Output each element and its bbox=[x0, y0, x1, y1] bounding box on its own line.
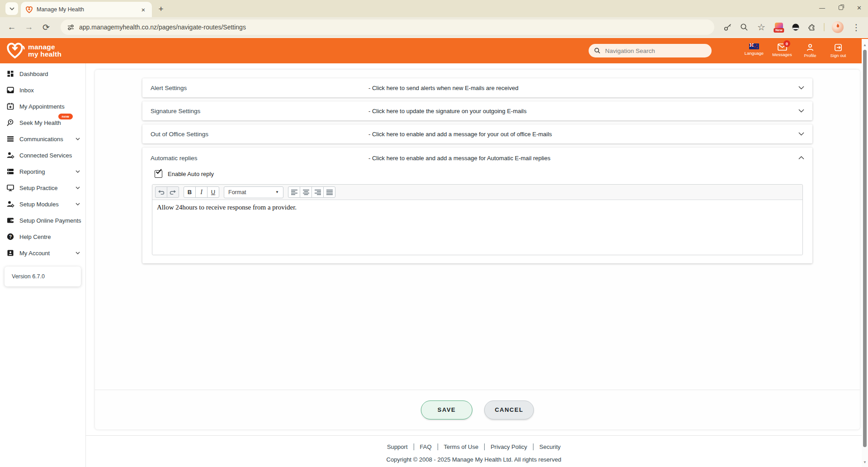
dashboard-icon bbox=[6, 70, 14, 78]
reporting-icon bbox=[6, 167, 14, 176]
chevron-down-icon bbox=[75, 170, 80, 173]
enable-auto-reply-label: Enable Auto reply bbox=[168, 171, 214, 177]
footer-link-terms[interactable]: Terms of Use bbox=[438, 443, 485, 450]
settings-sections: Alert Settings - Click here to send aler… bbox=[142, 78, 812, 263]
navigation-search[interactable] bbox=[589, 44, 712, 57]
sidebar-item-setup-modules[interactable]: Setup Modules bbox=[0, 196, 85, 212]
address-bar[interactable]: app.managemyhealth.co.nz/pages/navigate-… bbox=[61, 19, 714, 35]
cancel-button[interactable]: CANCEL bbox=[484, 400, 534, 419]
app-logo[interactable]: manage my health bbox=[6, 42, 61, 60]
tab-close-icon[interactable]: × bbox=[139, 5, 147, 14]
redo-button[interactable] bbox=[167, 186, 179, 198]
window-scrollbar[interactable]: ▲ ▼ bbox=[862, 39, 868, 467]
app-header: manage my health Language 0 Mes bbox=[0, 38, 868, 63]
messages-button[interactable]: 0 Messages bbox=[772, 43, 792, 57]
scroll-up-icon[interactable]: ▲ bbox=[862, 42, 868, 48]
search-input[interactable] bbox=[605, 48, 706, 54]
scroll-down-icon[interactable]: ▼ bbox=[862, 459, 868, 465]
profile-avatar[interactable] bbox=[832, 21, 844, 33]
url-text[interactable]: app.managemyhealth.co.nz/pages/navigate-… bbox=[79, 24, 246, 31]
reload-icon[interactable]: ⟳ bbox=[41, 22, 52, 33]
search-icon bbox=[594, 47, 600, 54]
align-justify-button[interactable] bbox=[323, 186, 335, 198]
sidebar-item-inbox[interactable]: Inbox bbox=[0, 82, 85, 98]
svg-text:?: ? bbox=[9, 234, 12, 239]
undo-button[interactable] bbox=[155, 186, 167, 198]
extension-new-icon[interactable]: New bbox=[774, 23, 784, 32]
account-card-icon bbox=[6, 249, 14, 257]
chevron-down-icon[interactable] bbox=[798, 132, 804, 136]
sidebar-item-connected-services[interactable]: Connected Services bbox=[0, 147, 85, 163]
chevron-down-icon[interactable] bbox=[798, 86, 804, 90]
enable-auto-reply-checkbox[interactable] bbox=[155, 170, 162, 178]
sidebar-label: Dashboard bbox=[19, 71, 80, 77]
sidebar-item-my-appointments[interactable]: My Appointments bbox=[0, 98, 85, 114]
section-description: - Click here to enable and add a message… bbox=[368, 131, 794, 138]
section-header-signature-settings[interactable]: Signature Settings - Click here to updat… bbox=[142, 101, 812, 120]
footer-link-faq[interactable]: FAQ bbox=[414, 443, 438, 450]
section-header-automatic-replies[interactable]: Automatic replies - Click here to enable… bbox=[142, 148, 812, 168]
section-title: Signature Settings bbox=[151, 108, 368, 114]
bold-button[interactable]: B bbox=[184, 186, 196, 198]
nz-flag-icon bbox=[749, 43, 759, 49]
sidebar-label: Setup Practice bbox=[19, 185, 71, 191]
sidebar-item-setup-online-payments[interactable]: Setup Online Payments bbox=[0, 212, 85, 229]
search-zoom-icon[interactable] bbox=[740, 23, 749, 32]
bookmark-star-icon[interactable]: ☆ bbox=[756, 22, 767, 33]
chevron-up-icon[interactable] bbox=[798, 156, 804, 160]
sidebar-item-seek-my-health[interactable]: Seek My Health new bbox=[0, 114, 85, 131]
settings-panel: Alert Settings - Click here to send aler… bbox=[95, 70, 860, 429]
logo-text: manage my health bbox=[28, 43, 61, 58]
scrollbar-thumb[interactable] bbox=[863, 50, 867, 447]
browser-tab[interactable]: Manage My Health × bbox=[21, 2, 152, 17]
sidebar-item-my-account[interactable]: My Account bbox=[0, 245, 85, 261]
section-header-alert-settings[interactable]: Alert Settings - Click here to send aler… bbox=[142, 78, 812, 97]
section-title: Alert Settings bbox=[151, 85, 368, 91]
sidebar-item-reporting[interactable]: Reporting bbox=[0, 163, 85, 180]
italic-button[interactable]: I bbox=[195, 186, 208, 198]
close-icon[interactable]: ✕ bbox=[857, 5, 862, 11]
footer-link-security[interactable]: Security bbox=[533, 443, 566, 450]
align-justify-icon bbox=[326, 190, 333, 195]
section-header-out-of-office[interactable]: Out of Office Settings - Click here to e… bbox=[142, 124, 812, 143]
forward-icon[interactable]: → bbox=[24, 22, 34, 32]
align-center-button[interactable] bbox=[300, 186, 312, 198]
reader-extension-icon[interactable] bbox=[791, 23, 800, 32]
signout-button[interactable]: Sign out bbox=[828, 43, 848, 58]
sidebar-item-dashboard[interactable]: Dashboard bbox=[0, 66, 85, 82]
tab-search-caret-button[interactable] bbox=[5, 2, 18, 15]
sidebar-item-setup-practice[interactable]: Setup Practice bbox=[0, 180, 85, 196]
language-button[interactable]: Language bbox=[744, 43, 764, 56]
restore-icon[interactable] bbox=[839, 5, 843, 10]
back-icon[interactable]: ← bbox=[6, 22, 17, 32]
sidebar-item-help-centre[interactable]: ? Help Centre bbox=[0, 229, 85, 245]
browser-menu-icon[interactable]: ⋮ bbox=[851, 22, 862, 33]
align-right-button[interactable] bbox=[311, 186, 324, 198]
enable-auto-reply-row[interactable]: Enable Auto reply bbox=[155, 170, 803, 178]
logo-line2: my health bbox=[28, 51, 61, 58]
footer-link-privacy[interactable]: Privacy Policy bbox=[485, 443, 533, 450]
new-tab-button[interactable]: + bbox=[155, 3, 167, 15]
format-dropdown[interactable]: Format ▼ bbox=[224, 186, 283, 198]
profile-button[interactable]: Profile bbox=[800, 43, 820, 58]
section-description: - Click here to enable and add a message… bbox=[368, 155, 794, 162]
align-left-button[interactable] bbox=[288, 186, 300, 198]
site-settings-icon[interactable] bbox=[67, 24, 75, 31]
footer-link-support[interactable]: Support bbox=[381, 443, 414, 450]
help-icon: ? bbox=[6, 233, 14, 241]
chevron-down-icon[interactable] bbox=[798, 109, 804, 113]
tab-title: Manage My Health bbox=[37, 6, 136, 13]
person-gear-icon bbox=[6, 200, 14, 208]
sidebar-item-communications[interactable]: Communications bbox=[0, 131, 85, 147]
save-button[interactable]: SAVE bbox=[421, 400, 472, 419]
sidebar-label: My Appointments bbox=[19, 103, 80, 110]
sidebar: Dashboard Inbox My Appointments Seek My … bbox=[0, 63, 86, 467]
auto-reply-message-textarea[interactable]: Allow 24hours to receive response from a… bbox=[152, 200, 802, 255]
header-actions: Language 0 Messages Profile Sign out bbox=[744, 43, 848, 58]
underline-button[interactable]: U bbox=[207, 186, 219, 198]
password-key-icon[interactable] bbox=[723, 23, 732, 32]
section-title: Automatic replies bbox=[151, 155, 368, 162]
extensions-puzzle-icon[interactable] bbox=[807, 23, 816, 32]
text-style-group: B I U bbox=[184, 186, 219, 198]
minimize-icon[interactable]: — bbox=[819, 5, 825, 11]
